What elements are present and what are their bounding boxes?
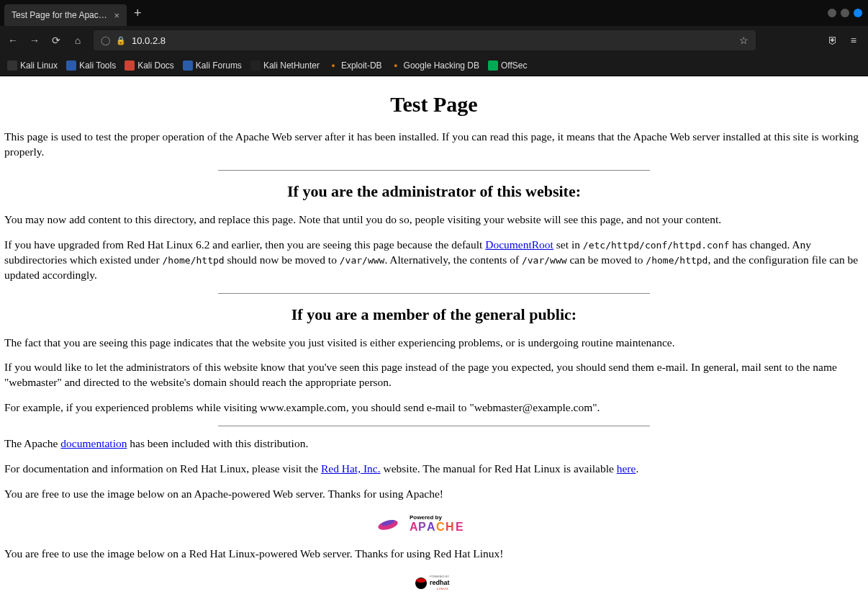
redhat-logo: POWERED BY redhat LINUX [412, 572, 456, 596]
page-content: Test Page This page is used to test the … [0, 76, 868, 615]
documentation-text: The Apache documentation has been includ… [4, 436, 864, 452]
path-var-www: /var/www [340, 255, 385, 266]
bookmark-label: Kali Tools [79, 60, 116, 71]
svg-text:P: P [418, 521, 426, 533]
url-input[interactable] [132, 35, 733, 46]
public-heading: If you are a member of the general publi… [4, 305, 864, 324]
tab-bar: Test Page for the Apache We × + [0, 0, 868, 26]
bookmark-item[interactable]: Kali Tools [66, 60, 116, 71]
info-icon[interactable]: ◯ [101, 35, 110, 45]
svg-text:Powered by: Powered by [410, 514, 442, 521]
back-button[interactable]: ← [7, 35, 19, 46]
minimize-button[interactable] [828, 9, 836, 17]
bookmark-icon [250, 60, 261, 71]
bookmark-icon: ● [328, 60, 338, 71]
bookmark-item[interactable]: Kali NetHunter [250, 60, 320, 71]
bookmark-icon [7, 60, 17, 71]
redhat-link[interactable]: Red Hat, Inc. [321, 462, 381, 475]
shield-icon[interactable]: ⛨ [828, 35, 838, 46]
svg-text:LINUX: LINUX [437, 587, 449, 591]
svg-text:C: C [436, 521, 445, 533]
bookmark-item[interactable]: ●Google Hacking DB [391, 60, 479, 71]
svg-point-10 [416, 578, 426, 583]
bookmark-item[interactable]: Kali Forums [183, 60, 242, 71]
bookmark-icon [488, 60, 498, 71]
path-home-httpd: /home/httpd [163, 255, 225, 266]
bookmark-item[interactable]: Kali Docs [125, 60, 174, 71]
new-tab-button[interactable]: + [134, 6, 142, 21]
home-button[interactable]: ⌂ [72, 35, 83, 46]
path-httpd-conf: /etc/httpd/conf/httpd.conf [583, 240, 730, 251]
window-close-button[interactable] [854, 9, 862, 17]
public-text-3: For example, if you experienced problems… [4, 400, 864, 416]
bookmark-icon: ● [391, 60, 401, 71]
apache-logo: Powered by A P A C H E [375, 512, 494, 537]
apache-image-text: You are free to use the image below on a… [4, 487, 864, 502]
close-icon[interactable]: × [114, 10, 119, 21]
admin-text-2: If you have upgraded from Red Hat Linux … [4, 238, 864, 283]
insecure-icon[interactable]: 🔒 [116, 36, 126, 45]
forward-button[interactable]: → [29, 35, 40, 46]
bookmark-label: Kali Docs [137, 60, 174, 71]
svg-text:POWERED BY: POWERED BY [430, 575, 449, 578]
divider [218, 293, 650, 294]
window-controls [828, 9, 868, 17]
bookmark-star-icon[interactable]: ☆ [739, 35, 749, 46]
bookmarks-bar: Kali LinuxKali ToolsKali DocsKali Forums… [0, 55, 868, 76]
bookmark-item[interactable]: Kali Linux [7, 60, 58, 71]
page-title: Test Page [4, 92, 864, 117]
svg-text:H: H [446, 521, 454, 533]
bookmark-icon [66, 60, 76, 71]
path-home-httpd-2: /home/httpd [646, 255, 707, 266]
documentation-link[interactable]: documentation [60, 437, 127, 449]
documentroot-link[interactable]: DocumentRoot [485, 238, 553, 251]
bookmark-label: Kali Forums [196, 60, 242, 71]
svg-text:A: A [410, 521, 418, 533]
divider [218, 426, 650, 426]
bookmark-item[interactable]: OffSec [488, 60, 527, 71]
browser-tab[interactable]: Test Page for the Apache We × [4, 4, 127, 26]
bookmark-icon [125, 60, 135, 71]
reload-button[interactable]: ⟳ [50, 35, 62, 46]
intro-text: This page is used to test the proper ope… [4, 130, 864, 160]
bookmark-item[interactable]: ●Exploit-DB [328, 60, 382, 71]
bookmark-label: OffSec [501, 60, 527, 71]
admin-text-1: You may now add content to this director… [4, 212, 864, 228]
svg-text:redhat: redhat [430, 579, 450, 586]
bookmark-label: Exploit-DB [341, 60, 382, 71]
redhat-image-text: You are free to use the image below on a… [4, 547, 864, 562]
divider [218, 170, 650, 171]
bookmark-label: Kali Linux [20, 60, 58, 71]
bookmark-icon [183, 60, 193, 71]
path-var-www-2: /var/www [522, 255, 567, 266]
redhat-text: For documentation and information on Red… [4, 462, 864, 477]
maximize-button[interactable] [841, 9, 849, 17]
bookmark-label: Kali NetHunter [263, 60, 320, 71]
svg-text:A: A [427, 521, 435, 533]
url-bar[interactable]: ◯ 🔒 ☆ [94, 30, 756, 50]
here-link[interactable]: here [617, 462, 636, 475]
public-text-2: If you would like to let the administrat… [4, 360, 864, 390]
bookmark-label: Google Hacking DB [404, 60, 479, 71]
admin-heading: If you are the administrator of this web… [4, 182, 864, 201]
svg-text:E: E [456, 521, 464, 533]
public-text-1: The fact that you are seeing this page i… [4, 336, 864, 351]
tab-title: Test Page for the Apache We [12, 10, 108, 20]
menu-icon[interactable]: ≡ [851, 35, 856, 46]
toolbar: ← → ⟳ ⌂ ◯ 🔒 ☆ ⛨ ≡ [0, 26, 868, 55]
